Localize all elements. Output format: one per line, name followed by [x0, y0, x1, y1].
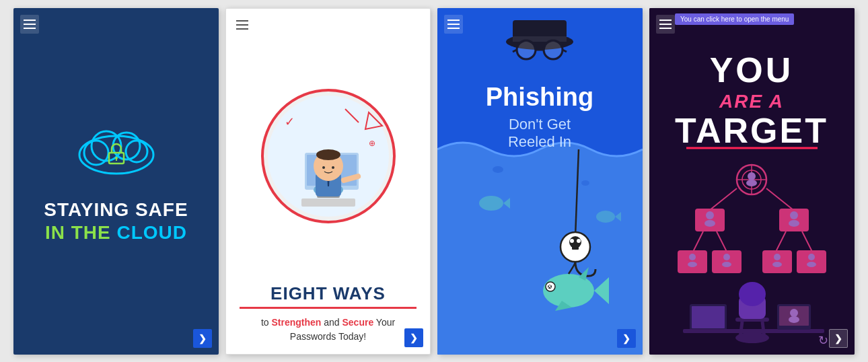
card-phishing: Phishing Don't Get Reeled In: [437, 8, 643, 355]
title-in-the: IN THE: [45, 222, 111, 243]
svg-point-73: [704, 220, 715, 227]
card-2-bottom-text: EIGHT WAYS to Strengthen and Secure Your…: [226, 284, 430, 344]
svg-text:⊕: ⊕: [369, 139, 375, 148]
menu-line: [447, 24, 460, 25]
next-button-3[interactable]: ❯: [617, 329, 636, 348]
next-button-1[interactable]: ❯: [193, 329, 212, 348]
menu-button-3[interactable]: [444, 15, 463, 34]
svg-text:YOU: YOU: [710, 50, 794, 89]
menu-line: [236, 28, 248, 30]
cloud-lock-icon: [73, 118, 160, 178]
menu-line: [236, 24, 248, 26]
svg-text:✓: ✓: [285, 115, 295, 129]
svg-point-45: [570, 239, 574, 243]
svg-point-24: [332, 166, 334, 169]
person-computer-svg: ✓ ⊕: [264, 92, 392, 220]
svg-point-89: [772, 262, 782, 267]
svg-point-85: [723, 254, 730, 260]
svg-point-91: [808, 254, 815, 260]
card-1-content: STAYING SAFE IN THE CLOUD: [13, 8, 219, 355]
svg-point-88: [774, 254, 781, 260]
sub-and: and: [321, 317, 342, 328]
menu-line: [447, 28, 460, 29]
menu-button-1[interactable]: [20, 15, 39, 34]
svg-text:TARGET: TARGET: [675, 111, 828, 150]
svg-point-4: [126, 141, 147, 162]
sub-secure: Secure: [342, 317, 373, 328]
card-1-title: STAYING SAFE IN THE CLOUD: [44, 198, 188, 244]
menu-line: [24, 20, 36, 21]
card-cloud-security: STAYING SAFE IN THE CLOUD ❯: [13, 8, 219, 355]
menu-line: [659, 24, 672, 25]
svg-text:Don't Get: Don't Get: [509, 116, 571, 133]
svg-point-68: [746, 180, 757, 186]
sub-to: to: [261, 317, 272, 328]
svg-point-75: [790, 211, 798, 219]
svg-text:Reeled In: Reeled In: [508, 133, 571, 150]
svg-point-72: [706, 211, 714, 219]
svg-point-76: [789, 220, 799, 227]
svg-point-92: [807, 262, 816, 267]
menu-tooltip: You can click here to open the menu: [675, 13, 794, 25]
title-cloud: CLOUD: [117, 222, 188, 243]
svg-point-96: [735, 332, 769, 343]
person-circle: ✓ ⊕: [261, 89, 396, 223]
svg-point-67: [748, 172, 756, 180]
svg-point-46: [577, 239, 581, 243]
svg-point-22: [316, 149, 340, 160]
svg-text:ARE A: ARE A: [719, 91, 784, 112]
menu-line: [24, 24, 36, 25]
menu-line: [659, 20, 672, 21]
eight-ways-heading: EIGHT WAYS: [240, 284, 417, 309]
card-2-subtitle: to Strengthen and Secure Your Passwords …: [240, 316, 417, 344]
card-you-are-target: You can click here to open the menu YOU …: [649, 8, 855, 355]
svg-text:↻: ↻: [818, 334, 828, 347]
svg-point-31: [518, 42, 534, 58]
menu-line: [659, 28, 672, 29]
menu-line: [24, 28, 36, 29]
title-staying-safe: STAYING SAFE: [44, 199, 188, 220]
svg-point-83: [688, 262, 697, 267]
menu-button-4[interactable]: [656, 15, 675, 34]
svg-rect-17: [301, 198, 355, 207]
menu-button-2[interactable]: [233, 15, 252, 34]
target-illustration: YOU ARE A TARGET: [649, 8, 855, 355]
svg-point-106: [790, 309, 798, 317]
svg-rect-101: [692, 306, 725, 328]
svg-point-40: [493, 166, 503, 173]
svg-point-33: [545, 42, 561, 58]
phishing-illustration: Phishing Don't Get Reeled In: [437, 8, 643, 355]
card-eight-ways: ✓ ⊕: [225, 8, 431, 355]
next-button-2[interactable]: ❯: [404, 328, 423, 347]
svg-point-86: [722, 262, 731, 267]
person-illustration: ✓ ⊕: [226, 9, 430, 284]
svg-point-23: [322, 166, 325, 169]
svg-point-41: [581, 180, 589, 186]
svg-point-56: [596, 211, 615, 223]
svg-point-98: [739, 282, 766, 306]
next-button-4[interactable]: ❯: [829, 329, 848, 348]
svg-point-107: [789, 316, 799, 323]
menu-line: [236, 20, 248, 22]
sub-strengthen: Strengthen: [271, 317, 321, 328]
svg-text:×: ×: [548, 283, 552, 290]
svg-point-6: [115, 157, 118, 159]
svg-rect-47: [572, 246, 579, 250]
svg-point-54: [479, 196, 503, 211]
menu-line: [447, 20, 460, 21]
cards-container: STAYING SAFE IN THE CLOUD ❯: [0, 0, 868, 362]
svg-text:Phishing: Phishing: [486, 83, 593, 111]
card-2-content: ✓ ⊕: [226, 9, 430, 354]
svg-point-82: [689, 254, 696, 260]
